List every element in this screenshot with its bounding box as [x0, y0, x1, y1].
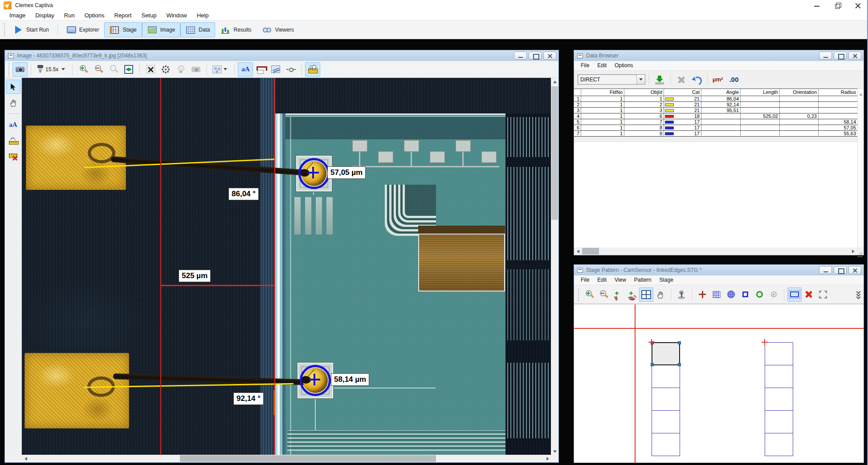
- angle-measure-button[interactable]: [6, 133, 20, 148]
- ruler-button[interactable]: [305, 62, 320, 77]
- menu-file[interactable]: File: [577, 61, 593, 70]
- delete-measure-button[interactable]: [6, 150, 20, 164]
- menu-view[interactable]: View: [611, 275, 630, 285]
- radius-annotation-circle[interactable]: [298, 158, 330, 189]
- image-window-title-bar[interactable]: Image - 46307336575_80ec9773e9_k.jpg [20…: [5, 50, 558, 61]
- stage-pattern-title-bar[interactable]: Stage Pattern - CamSensor - linkedEdges.…: [574, 265, 864, 275]
- scrollbar-thumb[interactable]: [180, 455, 436, 462]
- calibration-button[interactable]: [158, 62, 173, 77]
- scroll-up-arrow[interactable]: [551, 78, 558, 85]
- column-header-cat[interactable]: Cat: [664, 89, 701, 96]
- stage-cell[interactable]: [652, 410, 680, 433]
- dropdown-button[interactable]: [636, 75, 645, 84]
- measurement-label-angle-top[interactable]: 86,04 °: [228, 188, 259, 200]
- delete-pattern-button[interactable]: [802, 287, 816, 302]
- restore-button[interactable]: [827, 0, 848, 12]
- minimize-button[interactable]: [819, 266, 832, 274]
- menu-stage[interactable]: Stage: [656, 275, 677, 285]
- menu-edit[interactable]: Edit: [593, 275, 611, 285]
- fit-to-window-button[interactable]: [121, 62, 136, 77]
- joystick-button[interactable]: [674, 287, 689, 302]
- length-measure-line[interactable]: [160, 285, 275, 286]
- pan-button[interactable]: [653, 287, 668, 302]
- expand-button[interactable]: [816, 287, 830, 302]
- stage-cell[interactable]: [765, 388, 793, 411]
- menu-report[interactable]: Report: [109, 11, 136, 20]
- zoom-out-button[interactable]: [596, 287, 611, 302]
- table-row[interactable]: 2122192,14: [574, 102, 857, 108]
- close-button[interactable]: [848, 52, 861, 60]
- unit-label[interactable]: µm²: [713, 76, 723, 83]
- length-measure-line-right[interactable]: [274, 78, 275, 455]
- close-button[interactable]: [543, 52, 556, 60]
- scroll-left-arrow[interactable]: [574, 247, 582, 255]
- column-header-angle[interactable]: Angle: [701, 89, 741, 96]
- profile-button[interactable]: [268, 62, 283, 77]
- export-button[interactable]: [652, 73, 667, 87]
- horizontal-scrollbar[interactable]: [574, 247, 856, 255]
- scroll-right-arrow[interactable]: [543, 455, 551, 462]
- stage-cell[interactable]: [765, 342, 793, 365]
- menu-run[interactable]: Run: [59, 11, 80, 20]
- measurement-label-radius-bottom[interactable]: 58,14 µm: [331, 373, 369, 386]
- radius-annotation-circle[interactable]: [300, 365, 331, 396]
- frame-zoom-button[interactable]: [639, 287, 653, 302]
- zoom-reset-button[interactable]: [106, 62, 121, 77]
- ellipse-pattern-button[interactable]: [752, 287, 766, 302]
- maximize-button[interactable]: [834, 52, 847, 60]
- selection-handle[interactable]: [678, 363, 681, 366]
- microscope-image-canvas[interactable]: 57,05 µm 86,04 ° 525 µm 58,14 µm 92,14 °: [22, 78, 551, 455]
- precision-label[interactable]: .00: [729, 76, 738, 83]
- table-vertical-scrollbar[interactable]: [857, 89, 864, 247]
- maximize-button[interactable]: [834, 266, 847, 274]
- menu-edit[interactable]: Edit: [593, 61, 611, 70]
- pan-tool-button[interactable]: [6, 96, 20, 110]
- zoom-point-button[interactable]: [611, 287, 625, 302]
- menu-pattern[interactable]: Pattern: [630, 275, 656, 285]
- vertical-scrollbar[interactable]: [551, 78, 558, 455]
- stage-cell[interactable]: [652, 342, 680, 365]
- crosshair-button[interactable]: [283, 62, 298, 77]
- measurement-label-angle-bottom[interactable]: 92,14 °: [233, 392, 264, 405]
- table-row[interactable]: 1112186,04: [574, 96, 857, 102]
- snapshot-button[interactable]: [188, 62, 204, 77]
- resize-grip[interactable]: [856, 247, 864, 255]
- menu-file[interactable]: File: [577, 275, 593, 285]
- square-pattern-button[interactable]: [738, 287, 752, 302]
- scroll-down-arrow[interactable]: [551, 447, 558, 455]
- scroll-left-arrow[interactable]: [22, 455, 29, 462]
- pattern-overlay-button[interactable]: [210, 62, 231, 77]
- scroll-right-arrow[interactable]: [849, 247, 856, 255]
- column-header-radius[interactable]: Radius: [819, 89, 857, 96]
- table-row[interactable]: 7191755,63: [574, 131, 857, 137]
- table-row[interactable]: 41618525,020,23: [574, 113, 857, 119]
- stage-cell[interactable]: [765, 433, 793, 456]
- measurement-label-length[interactable]: 525 µm: [179, 270, 211, 282]
- table-row[interactable]: 5171758,14: [574, 119, 857, 125]
- column-header[interactable]: [574, 89, 581, 96]
- explorer-button[interactable]: Explorer: [61, 22, 105, 37]
- data-button[interactable]: Data: [180, 22, 215, 37]
- scrollbar-thumb[interactable]: [551, 86, 558, 220]
- results-button[interactable]: Results: [215, 22, 257, 37]
- point-pattern-button[interactable]: [766, 287, 781, 302]
- grid-pattern-button[interactable]: [709, 287, 724, 302]
- stage-pattern-canvas[interactable]: [574, 304, 864, 463]
- text-annotation-button[interactable]: aA: [238, 62, 253, 77]
- select-rectangle-button[interactable]: [787, 287, 802, 302]
- minimize-button[interactable]: [514, 52, 527, 60]
- menu-options[interactable]: Options: [80, 11, 110, 20]
- undo-button[interactable]: [689, 73, 704, 87]
- zoom-out-button[interactable]: [91, 62, 106, 77]
- pointer-tool-button[interactable]: [6, 80, 20, 94]
- image-button[interactable]: Image: [142, 22, 180, 37]
- menu-help[interactable]: Help: [192, 11, 214, 20]
- illumination-button[interactable]: [173, 62, 188, 77]
- minimize-button[interactable]: [807, 0, 827, 12]
- stage-cell[interactable]: [765, 410, 793, 433]
- start-run-button[interactable]: Start Run: [8, 22, 54, 37]
- table-row[interactable]: 6181757,05: [574, 125, 857, 131]
- selection-handle[interactable]: [678, 341, 681, 344]
- viewers-button[interactable]: Viewers: [257, 22, 299, 37]
- sphere-pattern-button[interactable]: [724, 287, 738, 302]
